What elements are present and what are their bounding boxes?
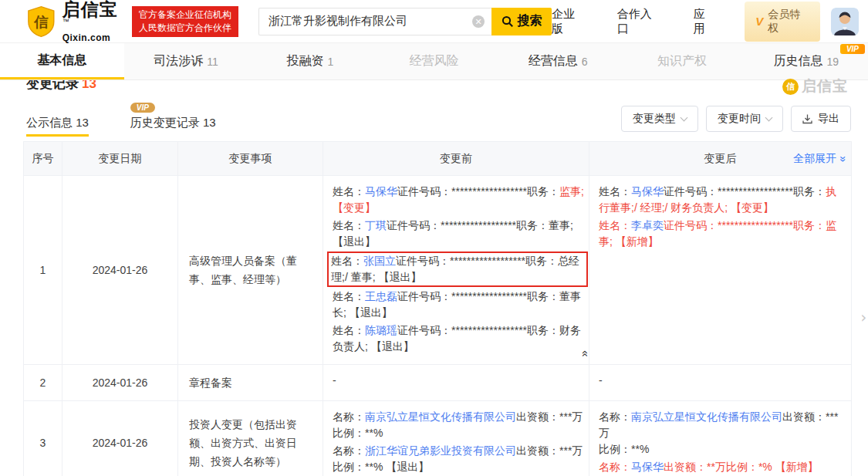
text-segment: 名称： <box>333 410 365 423</box>
export-button[interactable]: 导出 <box>791 106 851 132</box>
vip-v-icon: V <box>755 15 763 28</box>
col-header-item: 变更事项 <box>178 142 323 176</box>
table-header-row: 序号 变更日期 变更事项 变更前 变更后 全部展开 « <box>24 142 852 176</box>
expand-all-label: 全部展开 <box>793 152 836 166</box>
entity-link[interactable]: 南京弘立星恒文化传播有限公司 <box>631 410 782 423</box>
watermark-text: 启信宝 <box>802 76 848 96</box>
row-number: 2 <box>24 365 62 401</box>
entity-link[interactable]: 浙江华谊兄弟影业投资有限公司 <box>365 444 516 457</box>
after-change-cell: 名称：南京弘立星恒文化传播有限公司出资额：***万比例：**%名称：马保华出资额… <box>589 401 852 476</box>
tab-basic-info[interactable]: 基本信息 <box>0 43 124 79</box>
member-privilege-label: 会员特权 <box>768 8 809 35</box>
change-time-dropdown[interactable]: 变更时间 <box>706 106 783 132</box>
search-input[interactable] <box>258 8 491 35</box>
subtab-public-info[interactable]: 公示信息 13 <box>26 116 89 140</box>
tab-label: 司法涉诉 <box>154 53 203 69</box>
col-header-no: 序号 <box>24 142 62 176</box>
entity-link[interactable]: 南京弘立星恒文化传播有限公司 <box>365 410 516 423</box>
section-title: 变更记录13 <box>26 80 851 93</box>
text-segment: 姓名： <box>331 255 363 267</box>
entity-link[interactable]: 马保华 <box>631 185 664 197</box>
top-header: 信 启信宝™ Qixin.com 官方备案企业征信机构 人民数据官方合作伙伴 ✕… <box>0 0 868 43</box>
tab-label: 基本信息 <box>37 52 86 69</box>
search-icon <box>502 15 514 28</box>
text-segment: 证件号码：******************职务： <box>397 185 559 197</box>
entity-link[interactable]: 丁琪 <box>365 219 387 231</box>
chevron-down-icon <box>681 113 688 121</box>
member-privilege-button[interactable]: V 会员特权 <box>745 2 820 42</box>
change-entry: 姓名：李卓奕证件号码：******************职务：监事; 【新增】 <box>599 218 846 250</box>
change-entry: 姓名：丁琪证件号码：******************职务：董事; 【退出】 <box>333 218 584 250</box>
entity-link[interactable]: 张国立 <box>363 255 396 267</box>
change-date: 2024-01-26 <box>62 401 178 476</box>
nav-enterprise-edition[interactable]: 企业版 <box>552 7 585 36</box>
change-date: 2024-01-26 <box>62 365 178 401</box>
qixin-logo[interactable]: 信 启信宝™ Qixin.com <box>26 1 123 42</box>
certification-line2: 人民数据官方合作伙伴 <box>139 22 231 35</box>
tab-judicial-litigation[interactable]: 司法涉诉 11 <box>124 43 248 79</box>
vip-badge: VIP <box>840 44 865 54</box>
entity-link[interactable]: 陈璐瑶 <box>365 324 397 336</box>
col-header-before: 变更前 <box>323 142 589 176</box>
tab-investment-financing[interactable]: 投融资 1 <box>248 43 372 79</box>
clear-search-icon[interactable]: ✕ <box>472 15 485 28</box>
entity-link[interactable]: 马保华 <box>631 461 664 473</box>
text-segment: 姓名： <box>599 185 631 197</box>
certification-badge: 官方备案企业征信机构 人民数据官方合作伙伴 <box>132 6 238 37</box>
highlighted-change-entry: 姓名：张国立证件号码：******************职务：总经理;/ 董事… <box>327 252 588 287</box>
tab-count: 11 <box>207 56 218 68</box>
change-type-dropdown[interactable]: 变更类型 <box>621 106 698 132</box>
change-entry: 名称：南京弘立星恒文化传播有限公司出资额：***万比例：**% <box>599 409 846 457</box>
text-segment: 出资额：**万比例：*% 【新增】 <box>664 461 819 473</box>
download-icon <box>802 114 812 124</box>
chevron-down-icon <box>765 113 773 121</box>
row-number: 1 <box>24 176 62 365</box>
nav-apps[interactable]: 应用 <box>694 7 716 36</box>
tab-history-info[interactable]: 历史信息 19 VIP <box>744 43 868 79</box>
change-table-body: 12024-01-26高级管理人员备案（董事、监事、经理等）姓名：马保华证件号码… <box>24 176 852 476</box>
double-chevron-down-icon: « <box>836 156 848 162</box>
filter-toolbar: 变更类型 变更时间 导出 <box>621 106 851 140</box>
search-button-label: 搜索 <box>518 13 542 29</box>
tab-business-info[interactable]: 经营信息 6 <box>496 43 620 79</box>
table-row: 32024-01-26投资人变更（包括出资额、出资方式、出资日期、投资人名称等）… <box>24 401 852 476</box>
brand-name: 启信宝 <box>62 0 118 19</box>
user-avatar[interactable] <box>831 8 859 35</box>
tab-count: 19 <box>826 56 839 68</box>
certification-line1: 官方备案企业征信机构 <box>139 8 231 22</box>
text-segment: 名称： <box>599 410 631 423</box>
tab-label: 知识产权 <box>657 53 707 69</box>
tab-business-risk[interactable]: 经营风险 <box>372 43 496 79</box>
text-segment: 出资额：***万 <box>516 444 583 457</box>
change-entry: 名称：南京弘立星恒文化传播有限公司出资额：***万比例：**% <box>333 409 584 441</box>
entity-link[interactable]: 李卓奕 <box>631 219 664 231</box>
change-record-table: 序号 变更日期 变更事项 变更前 变更后 全部展开 « 12024-01-26高… <box>23 141 851 476</box>
change-type-label: 变更类型 <box>633 112 676 126</box>
tab-intellectual-property[interactable]: 知识产权 <box>620 43 745 79</box>
text-segment: 名称： <box>599 461 631 473</box>
entity-link[interactable]: 王忠磊 <box>365 290 397 302</box>
entity-link[interactable]: 马保华 <box>365 185 397 197</box>
subtab-count: 13 <box>203 116 216 129</box>
nav-partner-entry[interactable]: 合作入口 <box>617 7 661 36</box>
change-item: 投资人变更（包括出资额、出资方式、出资日期、投资人名称等） <box>178 401 323 476</box>
empty-value: - <box>333 374 336 387</box>
after-change-cell: - <box>589 365 852 401</box>
tab-label: 经营信息 <box>529 53 578 69</box>
top-nav: 企业版 合作入口 应用 <box>552 7 715 36</box>
carousel-next-arrow[interactable]: › <box>860 309 866 326</box>
search-button[interactable]: 搜索 <box>491 8 552 35</box>
subtab-history-change-record[interactable]: VIP 历史变更记录 13 <box>130 116 216 140</box>
change-entry: 名称：马保华出资额：**万比例：*% 【新增】 <box>599 459 846 475</box>
change-entry: 姓名：王忠磊证件号码：******************职务：董事长; 【退出… <box>333 289 584 321</box>
change-date: 2024-01-26 <box>62 176 178 365</box>
trademark-symbol: ™ <box>62 18 69 25</box>
empty-value: - <box>599 374 603 387</box>
before-change-cell: - <box>323 365 589 401</box>
text-segment: 姓名： <box>333 219 365 231</box>
change-record-section: 信 启信宝 变更记录13 公示信息 13 VIP 历史变更记录 13 变更类型 … <box>0 80 868 140</box>
vip-badge: VIP <box>130 103 155 113</box>
export-label: 导出 <box>818 112 839 126</box>
avatar-image <box>831 8 859 35</box>
expand-all-link[interactable]: 全部展开 « <box>793 142 845 176</box>
